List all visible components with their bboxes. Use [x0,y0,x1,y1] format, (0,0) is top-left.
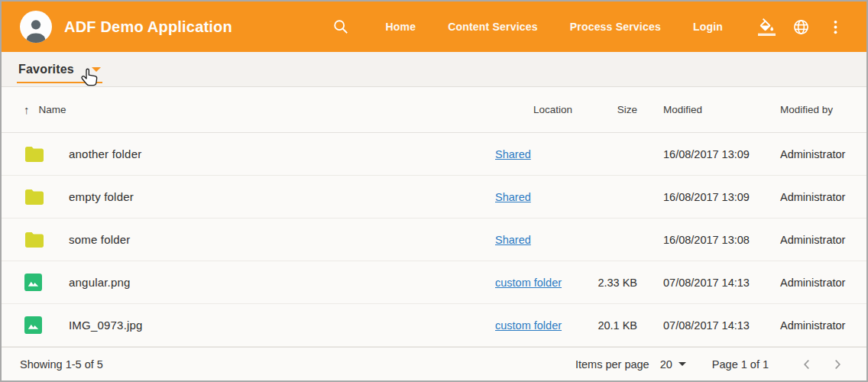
theme-color-button[interactable] [758,18,776,36]
location-link[interactable]: Shared [495,148,531,160]
app-title: ADF Demo Application [64,18,232,36]
document-list: ↑ Name Location Size Modified Modified b… [2,87,866,347]
items-per-page-value: 20 [660,358,672,371]
table-row[interactable]: another folder Shared 16/08/2017 13:09 A… [2,133,866,176]
location-link[interactable]: custom folder [495,319,562,332]
selected-tab-label: Favorites [18,63,74,76]
favorites-dropdown[interactable]: Favorites [17,57,102,83]
table-row[interactable]: angular.png custom folder 2.33 KB 07/08/… [2,261,866,304]
language-button[interactable] [792,18,810,36]
format-color-fill-icon [758,18,776,36]
modified-date: 16/08/2017 13:09 [639,148,775,160]
showing-range-label: Showing 1-5 of 5 [20,358,103,371]
kebab-menu-icon [827,18,844,36]
app-header: ADF Demo Application Home Content Servic… [2,2,866,52]
table-header-row: ↑ Name Location Size Modified Modified b… [2,87,866,133]
modified-date: 16/08/2017 13:08 [639,234,775,246]
table-body: another folder Shared 16/08/2017 13:09 A… [2,133,866,347]
chevron-left-icon [798,356,815,373]
file-name[interactable]: empty folder [69,190,495,203]
file-size: 20.1 KB [576,319,639,332]
folder-icon [24,189,44,206]
chevron-down-icon [92,67,101,72]
globe-icon [792,18,810,36]
location-link[interactable]: custom folder [495,277,562,289]
modified-by: Administrator [775,191,866,203]
page-indicator-label: Page 1 of 1 [712,358,769,371]
file-type-cell [2,146,69,163]
table-row[interactable]: IMG_0973.jpg custom folder 20.1 KB 07/08… [2,304,866,347]
file-type-cell [2,189,69,206]
tab-bar: Favorites [2,52,866,87]
next-page-button[interactable] [829,356,846,373]
column-header-size[interactable]: Size [576,104,639,115]
file-type-cell [2,274,69,291]
modified-date: 07/08/2017 14:13 [639,319,775,332]
file-name[interactable]: angular.png [69,276,495,289]
column-header-name[interactable]: ↑ Name [2,104,495,115]
search-icon [332,18,349,35]
file-size: 2.33 KB [576,277,639,289]
file-name[interactable]: IMG_0973.jpg [69,319,495,332]
column-header-modified[interactable]: Modified [639,104,775,115]
file-type-cell [2,231,69,248]
table-row[interactable]: some folder Shared 16/08/2017 13:08 Admi… [2,219,866,261]
nav-item-content-services[interactable]: Content Services [448,13,538,40]
modified-by: Administrator [775,148,866,160]
modified-by: Administrator [775,234,866,246]
app-window: ADF Demo Application Home Content Servic… [0,0,868,382]
image-file-icon [24,274,42,291]
chevron-down-icon [679,362,686,366]
sort-ascending-icon: ↑ [24,104,30,115]
items-per-page-label: Items per page [575,358,649,371]
nav-item-home[interactable]: Home [385,13,416,40]
column-header-location[interactable]: Location [495,104,576,115]
avatar[interactable] [20,11,52,43]
main-nav: Home Content Services Process Services L… [369,13,739,40]
table-row[interactable]: empty folder Shared 16/08/2017 13:09 Adm… [2,176,866,219]
items-per-page-control: Items per page 20 [575,358,686,371]
previous-page-button[interactable] [798,356,815,373]
user-silhouette-icon [23,17,49,43]
file-type-cell [2,316,69,334]
location-link[interactable]: Shared [495,191,531,203]
location-cell: custom folder [495,319,576,332]
nav-item-process-services[interactable]: Process Services [570,13,661,40]
image-file-icon [24,316,42,334]
file-name[interactable]: another folder [69,147,495,160]
modified-date: 16/08/2017 13:09 [639,191,775,203]
column-header-modified-by[interactable]: Modified by [775,104,866,115]
location-cell: Shared [495,233,576,247]
more-options-button[interactable] [827,18,844,36]
location-cell: Shared [495,147,576,161]
items-per-page-select[interactable]: 20 [660,358,686,371]
location-cell: custom folder [495,276,576,290]
pagination-bar: Showing 1-5 of 5 Items per page 20 Page … [2,347,866,380]
file-name[interactable]: some folder [69,233,495,246]
location-link[interactable]: Shared [495,234,531,246]
folder-icon [24,231,44,248]
modified-by: Administrator [775,277,866,289]
nav-item-login[interactable]: Login [693,13,723,40]
folder-icon [24,146,44,163]
modified-by: Administrator [775,319,866,332]
appbar-icon-group [750,18,853,36]
search-button[interactable] [332,18,349,35]
modified-date: 07/08/2017 14:13 [639,277,775,289]
location-cell: Shared [495,190,576,204]
chevron-right-icon [829,356,846,373]
